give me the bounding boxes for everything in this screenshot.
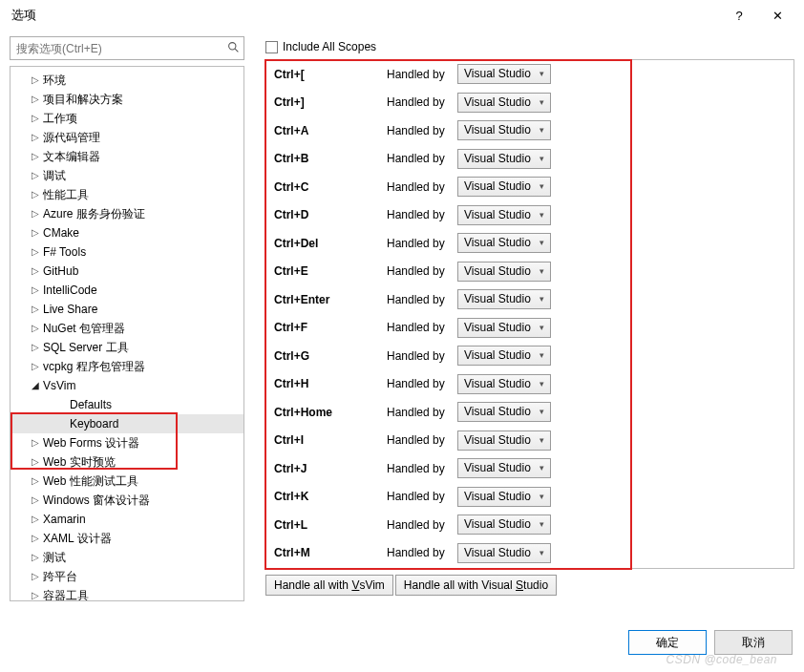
tree-item[interactable]: ▷源代码管理 (11, 128, 243, 147)
tree-item[interactable]: Defaults (11, 395, 243, 414)
chevron-right-icon[interactable]: ▷ (32, 185, 43, 204)
chevron-right-icon[interactable]: ▷ (32, 90, 43, 109)
handler-dropdown[interactable]: Visual Studio▾ (457, 487, 551, 507)
handler-dropdown[interactable]: Visual Studio▾ (457, 289, 551, 309)
chevron-right-icon[interactable]: ▷ (32, 510, 43, 529)
tree-item[interactable]: ▷Xamarin (11, 510, 243, 529)
handler-dropdown[interactable]: Visual Studio▾ (457, 318, 551, 338)
tree-item[interactable]: ▷跨平台 (11, 567, 243, 586)
tree-item-label: NuGet 包管理器 (43, 319, 125, 338)
chevron-right-icon[interactable]: ▷ (32, 166, 43, 185)
binding-row: Ctrl+GHandled byVisual Studio▾ (266, 342, 793, 370)
chevron-down-icon: ▾ (540, 206, 544, 224)
handler-dropdown[interactable]: Visual Studio▾ (457, 346, 551, 366)
chevron-right-icon[interactable]: ▷ (32, 262, 43, 281)
ok-button[interactable]: 确定 (628, 630, 707, 655)
handler-dropdown-value: Visual Studio (464, 206, 531, 224)
chevron-right-icon[interactable]: ▷ (32, 204, 43, 223)
chevron-right-icon[interactable]: ▷ (32, 586, 43, 601)
tree-item[interactable]: ▷Live Share (11, 300, 243, 319)
chevron-down-icon[interactable]: ◢ (32, 376, 43, 395)
chevron-right-icon[interactable]: ▷ (32, 242, 43, 262)
handler-dropdown[interactable]: Visual Studio▾ (457, 430, 551, 451)
chevron-right-icon[interactable]: ▷ (32, 338, 43, 357)
svg-point-0 (228, 42, 235, 49)
chevron-right-icon[interactable]: ▷ (32, 452, 43, 472)
handler-dropdown[interactable]: Visual Studio▾ (457, 120, 551, 140)
svg-line-1 (235, 49, 238, 52)
tree-item[interactable]: ▷NuGet 包管理器 (11, 319, 243, 338)
handler-dropdown[interactable]: Visual Studio▾ (457, 149, 551, 169)
handler-dropdown[interactable]: Visual Studio▾ (457, 402, 551, 422)
cancel-button[interactable]: 取消 (714, 630, 793, 655)
tree-item[interactable]: ▷GitHub (11, 262, 243, 281)
tree-item[interactable]: ▷IntelliCode (11, 281, 243, 300)
tree-item[interactable]: ▷XAML 设计器 (11, 529, 243, 548)
tree-item-label: Xamarin (43, 510, 86, 529)
tree-item[interactable]: ▷Azure 服务身份验证 (11, 204, 243, 223)
handler-dropdown[interactable]: Visual Studio▾ (457, 262, 551, 282)
handled-by-label: Handled by (387, 95, 457, 109)
handle-all-visualstudio-button[interactable]: Handle all with Visual Studio (395, 575, 557, 596)
handler-dropdown[interactable]: Visual Studio▾ (457, 374, 551, 394)
handler-dropdown[interactable]: Visual Studio▾ (457, 205, 551, 225)
include-scopes-row[interactable]: Include All Scopes (265, 38, 794, 55)
tree-item[interactable]: ▷容器工具 (11, 586, 243, 601)
chevron-right-icon[interactable]: ▷ (32, 567, 43, 586)
tree-item[interactable]: ◢VsVim (11, 376, 243, 395)
close-button[interactable]: ✕ (758, 9, 796, 23)
keyboard-bindings-list[interactable]: Ctrl+[Handled byVisual Studio▾Ctrl+]Hand… (265, 59, 794, 569)
chevron-right-icon[interactable]: ▷ (32, 319, 43, 338)
tree-item[interactable]: ▷Windows 窗体设计器 (11, 491, 243, 510)
handler-dropdown[interactable]: Visual Studio▾ (457, 64, 551, 84)
tree-item[interactable]: ▷文本编辑器 (11, 147, 243, 166)
chevron-right-icon[interactable]: ▷ (32, 223, 43, 242)
tree-item[interactable]: ▷Web 实时预览 (11, 452, 243, 472)
chevron-down-icon: ▾ (540, 431, 544, 450)
chevron-right-icon[interactable]: ▷ (32, 548, 43, 567)
tree-item[interactable]: ▷项目和解决方案 (11, 90, 243, 109)
help-button[interactable]: ? (720, 9, 758, 23)
chevron-right-icon[interactable]: ▷ (32, 529, 43, 548)
binding-keystroke: Ctrl+D (274, 208, 387, 221)
chevron-right-icon[interactable]: ▷ (32, 281, 43, 300)
chevron-right-icon[interactable]: ▷ (32, 491, 43, 510)
chevron-right-icon[interactable]: ▷ (32, 300, 43, 319)
tree-item-label: Azure 服务身份验证 (43, 204, 145, 223)
handler-dropdown[interactable]: Visual Studio▾ (457, 514, 551, 535)
tree-item[interactable]: ▷环境 (11, 71, 243, 90)
tree-item[interactable]: ▷vcpkg 程序包管理器 (11, 357, 243, 376)
tree-item[interactable]: ▷Web Forms 设计器 (11, 433, 243, 452)
handler-dropdown-value: Visual Studio (464, 346, 531, 365)
tree-item[interactable]: ▷CMake (11, 223, 243, 242)
handled-by-label: Handled by (387, 293, 457, 306)
tree-item[interactable]: ▷测试 (11, 548, 243, 567)
search-box[interactable] (10, 36, 244, 60)
chevron-right-icon[interactable]: ▷ (32, 128, 43, 147)
tree-item[interactable]: ▷F# Tools (11, 242, 243, 262)
handler-dropdown[interactable]: Visual Studio▾ (457, 93, 551, 113)
handler-dropdown[interactable]: Visual Studio▾ (457, 543, 551, 563)
chevron-right-icon[interactable]: ▷ (32, 71, 43, 90)
handle-all-vsvim-button[interactable]: Handle all with VsVim (265, 575, 393, 596)
chevron-right-icon[interactable]: ▷ (32, 147, 43, 166)
tree-item[interactable]: ▷工作项 (11, 109, 243, 128)
chevron-right-icon[interactable]: ▷ (32, 472, 43, 491)
handled-by-label: Handled by (387, 237, 457, 250)
chevron-right-icon[interactable]: ▷ (32, 357, 43, 376)
tree-item[interactable]: Keyboard (11, 414, 243, 433)
tree-item[interactable]: ▷SQL Server 工具 (11, 338, 243, 357)
tree-item[interactable]: ▷性能工具 (11, 185, 243, 204)
chevron-right-icon[interactable]: ▷ (32, 433, 43, 452)
binding-keystroke: Ctrl+M (274, 546, 387, 559)
handler-dropdown[interactable]: Visual Studio▾ (457, 177, 551, 197)
tree-item[interactable]: ▷Web 性能测试工具 (11, 472, 243, 491)
chevron-right-icon[interactable]: ▷ (32, 109, 43, 128)
handler-dropdown[interactable]: Visual Studio▾ (457, 458, 551, 478)
handler-dropdown[interactable]: Visual Studio▾ (457, 233, 551, 253)
handler-dropdown-value: Visual Studio (464, 65, 531, 83)
tree-item[interactable]: ▷调试 (11, 166, 243, 185)
search-input[interactable] (11, 38, 222, 59)
include-scopes-checkbox[interactable] (265, 41, 278, 53)
options-tree[interactable]: ▷环境▷项目和解决方案▷工作项▷源代码管理▷文本编辑器▷调试▷性能工具▷Azur… (10, 66, 244, 601)
